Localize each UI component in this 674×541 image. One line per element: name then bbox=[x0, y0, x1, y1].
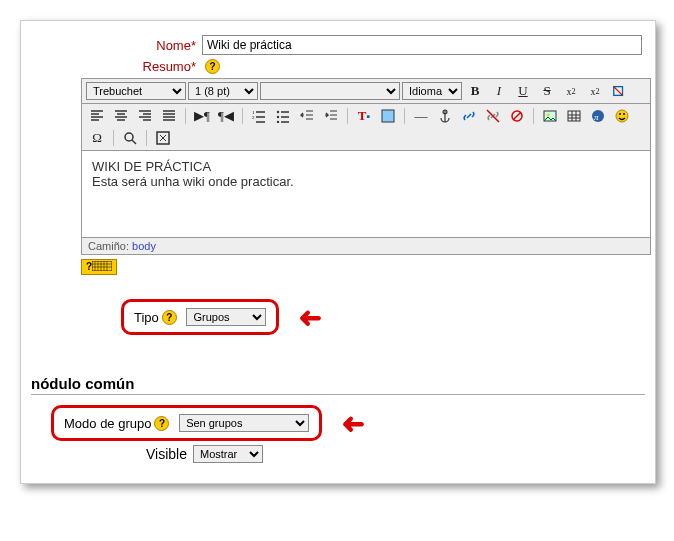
align-center-button[interactable] bbox=[110, 106, 132, 126]
separator bbox=[185, 108, 186, 124]
row-resumo: Resumo* ? bbox=[21, 59, 655, 74]
help-icon[interactable]: ? bbox=[205, 59, 220, 74]
separator bbox=[242, 108, 243, 124]
path-value[interactable]: body bbox=[132, 240, 156, 252]
strike-button[interactable]: S bbox=[536, 81, 558, 101]
rich-text-editor: Trebuchet 1 (8 pt) Idioma B I U S x2 x2 … bbox=[81, 78, 651, 275]
tipo-select[interactable]: Grupos bbox=[186, 308, 266, 326]
svg-point-19 bbox=[125, 133, 133, 141]
svg-line-10 bbox=[513, 112, 521, 120]
font-color-button[interactable]: T▪ bbox=[353, 106, 375, 126]
separator bbox=[113, 130, 114, 146]
svg-rect-13 bbox=[568, 111, 580, 121]
visible-label: Visible bbox=[146, 446, 187, 462]
editor-toolbar-row1: Trebuchet 1 (8 pt) Idioma B I U S x2 x2 bbox=[81, 78, 651, 104]
svg-point-16 bbox=[616, 110, 628, 122]
size-select[interactable]: 1 (8 pt) bbox=[188, 82, 258, 100]
fullscreen-button[interactable] bbox=[152, 128, 174, 148]
svg-point-4 bbox=[277, 111, 279, 113]
editor-path-bar: Camiño: body bbox=[81, 238, 651, 255]
form-panel: Nome* Resumo* ? Trebuchet 1 (8 pt) Idiom… bbox=[20, 20, 656, 484]
nome-input[interactable] bbox=[202, 35, 642, 55]
superscript-button[interactable]: x2 bbox=[560, 81, 582, 101]
align-right-button[interactable] bbox=[134, 106, 156, 126]
hr-button[interactable]: — bbox=[410, 106, 432, 126]
ltr-button[interactable]: ▶¶ bbox=[191, 106, 213, 126]
editor-content[interactable]: WIKI DE PRÁCTICA Esta será unha wiki ond… bbox=[81, 151, 651, 238]
editor-toolbar-row2: ▶¶ ¶◀ 12 T▪ — π Ω bbox=[81, 104, 651, 151]
section-divider bbox=[31, 394, 645, 395]
table-button[interactable] bbox=[563, 106, 585, 126]
separator bbox=[146, 130, 147, 146]
align-justify-button[interactable] bbox=[158, 106, 180, 126]
keyboard-help-badge[interactable]: ? bbox=[81, 259, 117, 275]
separator bbox=[404, 108, 405, 124]
style-select[interactable] bbox=[260, 82, 400, 100]
svg-point-17 bbox=[619, 113, 621, 115]
modo-select[interactable]: Sen grupos bbox=[179, 414, 309, 432]
smiley-button[interactable] bbox=[611, 106, 633, 126]
subscript-button[interactable]: x2 bbox=[584, 81, 606, 101]
svg-point-12 bbox=[547, 114, 550, 117]
row-nome: Nome* bbox=[21, 35, 655, 55]
svg-line-20 bbox=[132, 140, 136, 144]
modo-grupo-row: Modo de grupo ? Sen grupos ➜ bbox=[51, 405, 655, 441]
clean-button[interactable] bbox=[608, 81, 630, 101]
nome-label: Nome* bbox=[21, 38, 202, 53]
anchor-button[interactable] bbox=[434, 106, 456, 126]
svg-text:π: π bbox=[594, 112, 599, 122]
unordered-list-button[interactable] bbox=[272, 106, 294, 126]
rtl-button[interactable]: ¶◀ bbox=[215, 106, 237, 126]
equation-button[interactable]: π bbox=[587, 106, 609, 126]
modo-highlight: Modo de grupo ? Sen grupos bbox=[51, 405, 322, 441]
path-label: Camiño: bbox=[88, 240, 129, 252]
align-left-button[interactable] bbox=[86, 106, 108, 126]
svg-point-6 bbox=[277, 121, 279, 123]
help-icon[interactable]: ? bbox=[154, 416, 169, 431]
indent-button[interactable] bbox=[320, 106, 342, 126]
ordered-list-button[interactable]: 12 bbox=[248, 106, 270, 126]
modo-label: Modo de grupo bbox=[64, 416, 151, 431]
bold-button[interactable]: B bbox=[464, 81, 486, 101]
unlink-button[interactable] bbox=[482, 106, 504, 126]
help-icon[interactable]: ? bbox=[162, 310, 177, 325]
arrow-icon: ➜ bbox=[342, 407, 365, 440]
separator bbox=[533, 108, 534, 124]
content-line-1: WIKI DE PRÁCTICA bbox=[92, 159, 640, 174]
content-line-2: Esta será unha wiki onde practicar. bbox=[92, 174, 640, 189]
svg-point-5 bbox=[277, 116, 279, 118]
bg-color-button[interactable] bbox=[377, 106, 399, 126]
nolink-button[interactable] bbox=[506, 106, 528, 126]
separator bbox=[347, 108, 348, 124]
svg-point-18 bbox=[623, 113, 625, 115]
svg-line-1 bbox=[614, 87, 623, 96]
resumo-label: Resumo* bbox=[21, 59, 202, 74]
image-button[interactable] bbox=[539, 106, 561, 126]
font-select[interactable]: Trebuchet bbox=[86, 82, 186, 100]
keyboard-help: ? bbox=[81, 259, 651, 275]
link-button[interactable] bbox=[458, 106, 480, 126]
outdent-button[interactable] bbox=[296, 106, 318, 126]
visible-select[interactable]: Mostrar bbox=[193, 445, 263, 463]
tipo-label: Tipo bbox=[134, 310, 159, 325]
italic-button[interactable]: I bbox=[488, 81, 510, 101]
visible-row: Visible Mostrar bbox=[146, 445, 655, 463]
special-char-button[interactable]: Ω bbox=[86, 128, 108, 148]
tipo-highlight: Tipo ? Grupos bbox=[121, 299, 279, 335]
underline-button[interactable]: U bbox=[512, 81, 534, 101]
arrow-icon: ➜ bbox=[299, 301, 322, 334]
find-button[interactable] bbox=[119, 128, 141, 148]
svg-text:2: 2 bbox=[252, 115, 255, 120]
section-title: nódulo común bbox=[31, 375, 655, 392]
svg-rect-7 bbox=[382, 110, 394, 122]
lang-select[interactable]: Idioma bbox=[402, 82, 462, 100]
tipo-row: Tipo ? Grupos ➜ bbox=[121, 299, 655, 335]
